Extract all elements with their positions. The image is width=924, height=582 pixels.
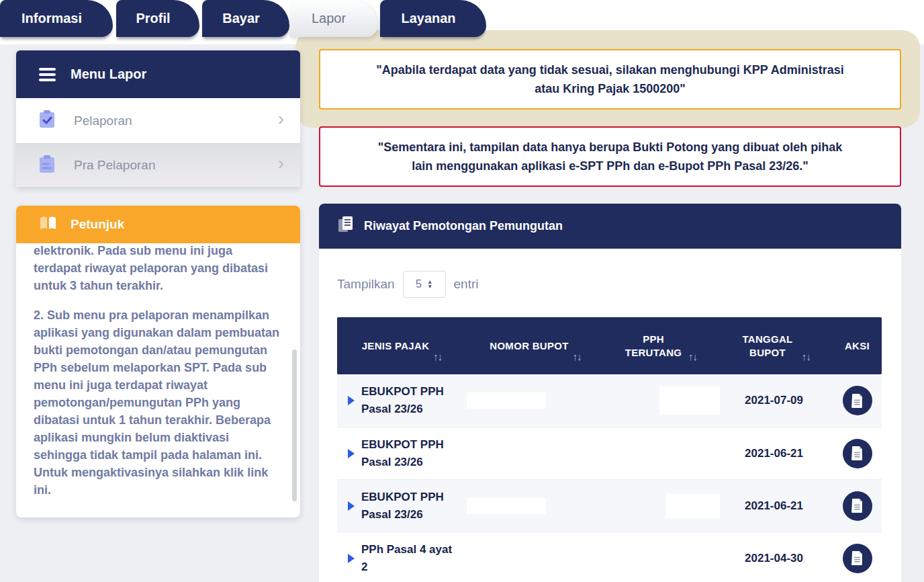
column-header-tanggal-bupot[interactable]: TANGGAL BUPOT ↑↓	[715, 317, 833, 374]
pph-terutang-redacted	[666, 494, 720, 518]
column-header-nomor-bupot[interactable]: NOMOR BUPOT ↑↓	[467, 317, 604, 374]
tanggal-bupot-value: 2021-04-30	[715, 552, 833, 565]
document-icon	[851, 446, 863, 460]
column-header-pph-terutang[interactable]: PPH TERUTANG ↑↓	[604, 317, 715, 374]
sidebar-item-pelaporan[interactable]: Pelaporan ›	[16, 98, 300, 143]
table-row: EBUKPOT PPH Pasal 23/26 2021-06-21	[337, 427, 882, 479]
table-row: EBUKPOT PPH Pasal 23/26 2021-07-09	[337, 374, 882, 427]
sort-icon[interactable]: ↑↓	[688, 350, 697, 364]
sidebar-item-label: Pra Pelaporan	[74, 158, 259, 173]
chevron-right-icon: ›	[278, 157, 284, 170]
tanggal-bupot-value: 2021-06-21	[715, 499, 833, 513]
clipboard-list-icon	[39, 155, 55, 176]
expand-row-icon[interactable]	[348, 396, 355, 405]
table-row: EBUKPOT PPH Pasal 23/26 2021-06-21	[337, 479, 882, 532]
riwayat-panel-title: Riwayat Pemotongan Pemungutan	[364, 219, 563, 233]
alert-danger-text: "Sementara ini, tampilan data hanya beru…	[374, 138, 846, 175]
app-screen: Informasi Profil Bayar Lapor Layanan Men…	[0, 0, 924, 582]
tab-bayar[interactable]: Bayar	[202, 0, 289, 37]
riwayat-panel-body: Tampilkan 5 ▲▼ entri JENIS PAJAK ↑↓ NOMO…	[319, 249, 901, 582]
jenis-pajak-value: PPh Pasal 4 ayat 2	[361, 541, 455, 576]
document-icon	[851, 551, 863, 565]
sidebar-item-label: Pelaporan	[74, 114, 259, 128]
pph-terutang-redacted	[659, 386, 720, 415]
petunjuk-paragraph: 2. Sub menu pra pelaporan menampilkan ap…	[34, 306, 283, 499]
alert-danger: "Sementara ini, tampilan data hanya beru…	[319, 126, 901, 187]
pages-icon	[338, 216, 353, 237]
tab-profil[interactable]: Profil	[116, 0, 199, 37]
view-document-button[interactable]	[843, 491, 872, 521]
sidebar-item-pra-pelaporan[interactable]: Pra Pelaporan ›	[16, 143, 300, 187]
sort-icon[interactable]: ↑↓	[433, 350, 442, 364]
sidebar-menu: Menu Lapor Pelaporan › Pra Pelaporan ›	[16, 50, 300, 187]
riwayat-table: JENIS PAJAK ↑↓ NOMOR BUPOT ↑↓ PPH TERUTA…	[337, 317, 882, 582]
tanggal-bupot-value: 2021-07-09	[715, 394, 833, 407]
riwayat-panel-header: Riwayat Pemotongan Pemungutan	[319, 204, 901, 249]
sort-icon[interactable]: ↑↓	[573, 350, 582, 364]
petunjuk-header: Petunjuk	[16, 206, 300, 243]
chevron-right-icon: ›	[278, 112, 284, 126]
view-document-button[interactable]	[843, 386, 872, 415]
sort-icon[interactable]: ↑↓	[802, 350, 811, 364]
length-label: Tampilkan	[337, 277, 395, 292]
scrollbar-thumb[interactable]	[292, 349, 297, 501]
entries-select-value: 5	[416, 278, 422, 291]
petunjuk-paragraph: elektronik. Pada sub menu ini juga terda…	[34, 242, 283, 294]
jenis-pajak-value: EBUKPOT PPH Pasal 23/26	[361, 489, 455, 524]
sidebar-menu-title: Menu Lapor	[71, 67, 146, 82]
table-header-row: JENIS PAJAK ↑↓ NOMOR BUPOT ↑↓ PPH TERUTA…	[337, 317, 882, 374]
column-header-aksi: AKSI	[833, 317, 882, 374]
document-icon	[851, 394, 863, 408]
table-row: PPh Pasal 4 ayat 2 2021-04-30	[337, 532, 882, 582]
jenis-pajak-value: EBUKPOT PPH Pasal 23/26	[361, 383, 455, 418]
tab-lapor[interactable]: Lapor	[289, 0, 377, 37]
column-header-jenis-pajak[interactable]: JENIS PAJAK ↑↓	[337, 317, 467, 374]
view-document-button[interactable]	[843, 439, 872, 468]
alert-warning-text: "Apabila terdapat data yang tidak sesuai…	[374, 60, 846, 98]
expand-row-icon[interactable]	[348, 554, 355, 563]
tanggal-bupot-value: 2021-06-21	[715, 447, 833, 460]
nomor-bupot-redacted	[467, 498, 546, 514]
jenis-pajak-value: EBUKPOT PPH Pasal 23/26	[361, 436, 455, 471]
alert-warning: "Apabila terdapat data yang tidak sesuai…	[319, 49, 901, 110]
table-length-control: Tampilkan 5 ▲▼ entri	[337, 271, 479, 298]
expand-row-icon[interactable]	[348, 449, 355, 458]
nomor-bupot-redacted	[467, 392, 546, 409]
hamburger-icon[interactable]	[39, 68, 56, 81]
tab-informasi[interactable]: Informasi	[0, 0, 113, 37]
select-arrows-icon: ▲▼	[427, 280, 432, 289]
view-document-button[interactable]	[843, 544, 872, 573]
petunjuk-title: Petunjuk	[71, 217, 124, 232]
entries-select[interactable]: 5 ▲▼	[403, 271, 446, 298]
document-icon	[851, 499, 863, 513]
tab-layanan[interactable]: Layanan	[380, 0, 486, 37]
length-suffix: entri	[454, 277, 479, 292]
expand-row-icon[interactable]	[348, 501, 355, 511]
petunjuk-panel: Petunjuk elektronik. Pada sub menu ini j…	[16, 206, 300, 517]
book-icon	[39, 216, 57, 234]
petunjuk-body: elektronik. Pada sub menu ini juga terda…	[16, 243, 300, 512]
clipboard-check-icon	[39, 110, 55, 131]
sidebar-menu-header: Menu Lapor	[16, 50, 300, 98]
